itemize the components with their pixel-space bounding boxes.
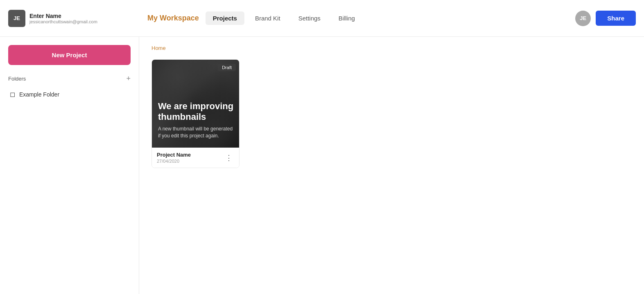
share-button[interactable]: Share	[596, 11, 636, 26]
project-info: Project Name 27/04/2020 ⋮	[152, 148, 239, 168]
user-area: JE Enter Name jessicanorthcuttswain@gmai…	[8, 10, 147, 27]
header: JE Enter Name jessicanorthcuttswain@gmai…	[0, 0, 644, 37]
folders-label: Folders	[8, 76, 26, 82]
sidebar: New Project Folders + ◻ Example Folder	[0, 37, 139, 294]
project-name: Project Name	[157, 152, 191, 158]
folders-header: Folders +	[8, 75, 131, 82]
tab-billing[interactable]: Billing	[331, 11, 362, 25]
tab-projects[interactable]: Projects	[206, 11, 244, 25]
layout: New Project Folders + ◻ Example Folder H…	[0, 37, 644, 294]
nav-area: My Workspace Projects Brand Kit Settings…	[147, 11, 575, 25]
draft-badge: Draft	[218, 64, 236, 71]
add-folder-button[interactable]: +	[126, 75, 131, 82]
new-project-button[interactable]: New Project	[8, 45, 131, 65]
user-name: Enter Name	[29, 13, 97, 19]
user-avatar[interactable]: JE	[8, 10, 25, 27]
folder-name: Example Folder	[19, 91, 59, 98]
user-info: Enter Name jessicanorthcuttswain@gmail.c…	[29, 13, 97, 24]
project-details: Project Name 27/04/2020	[157, 152, 191, 164]
workspace-title: My Workspace	[147, 14, 199, 22]
folder-icon: ◻	[10, 90, 15, 98]
project-menu-button[interactable]: ⋮	[224, 153, 234, 162]
thumbnail-subtext: A new thumbnail will be generated if you…	[158, 126, 234, 139]
projects-grid: Draft We are improving thumbnails A new …	[151, 59, 632, 168]
sidebar-item-example-folder[interactable]: ◻ Example Folder	[8, 87, 131, 101]
tab-settings[interactable]: Settings	[291, 11, 328, 25]
header-right: JE Share	[575, 11, 636, 26]
header-avatar[interactable]: JE	[575, 11, 591, 26]
table-row[interactable]: Draft We are improving thumbnails A new …	[151, 59, 240, 168]
thumbnail-heading: We are improving thumbnails	[158, 101, 234, 123]
main-content: Home Draft We are improving thumbnails A…	[139, 37, 644, 294]
project-thumbnail: Draft We are improving thumbnails A new …	[152, 60, 240, 148]
thumbnail-text: We are improving thumbnails A new thumbn…	[158, 101, 234, 139]
project-date: 27/04/2020	[157, 159, 191, 164]
user-email: jessicanorthcuttswain@gmail.com	[29, 19, 97, 24]
tab-brand-kit[interactable]: Brand Kit	[248, 11, 288, 25]
breadcrumb[interactable]: Home	[151, 45, 632, 51]
